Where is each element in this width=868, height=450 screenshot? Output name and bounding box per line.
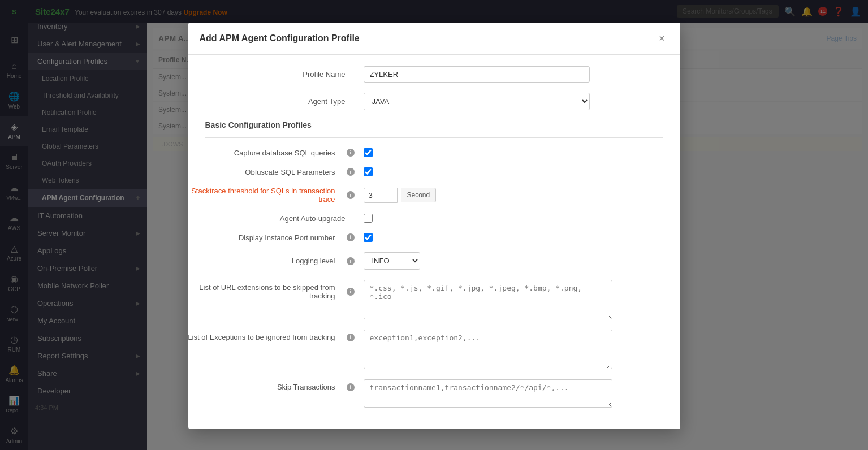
modal-close-button[interactable]: × [655, 32, 669, 45]
logging-label: Logging level [188, 257, 344, 265]
exceptions-textarea[interactable] [364, 330, 612, 369]
obfuscate-sql-info-icon[interactable]: i [347, 168, 355, 176]
stacktrace-input[interactable] [364, 188, 398, 203]
exceptions-label-wrap: List of Exceptions to be ignored from tr… [205, 330, 364, 341]
skip-transactions-info-icon[interactable]: i [347, 383, 355, 391]
obfuscate-sql-label-wrap: Obfuscate SQL Parameters i [205, 168, 364, 176]
logging-info-icon[interactable]: i [347, 257, 355, 265]
profile-name-label: Profile Name [196, 70, 355, 79]
section-title: Basic Configuration Profiles [205, 120, 663, 129]
exceptions-row: List of Exceptions to be ignored from tr… [205, 330, 663, 369]
stacktrace-row: Stacktrace threshold for SQLs in transac… [205, 187, 663, 204]
profile-name-row: Profile Name [205, 66, 663, 83]
logging-select[interactable]: INFO DEBUG WARN ERROR [364, 252, 420, 270]
section-divider [205, 137, 663, 138]
capture-sql-row: Capture database SQL queries i [205, 148, 663, 157]
exceptions-info-icon[interactable]: i [347, 334, 355, 341]
capture-sql-info-icon[interactable]: i [347, 149, 355, 157]
capture-sql-label: Capture database SQL queries [188, 149, 344, 157]
agent-type-row: Agent Type JAVA .NET PHP Node.js Ruby Py… [205, 93, 663, 110]
skip-transactions-label-wrap: Skip Transactions i [205, 379, 364, 391]
agent-upgrade-label: Agent Auto-upgrade [196, 214, 355, 223]
url-extensions-row: List of URL extensions to be skipped fro… [205, 280, 663, 319]
obfuscate-sql-label: Obfuscate SQL Parameters [188, 168, 344, 176]
skip-transactions-label: Skip Transactions [188, 383, 344, 391]
display-port-info-icon[interactable]: i [347, 233, 355, 241]
url-extensions-info-icon[interactable]: i [347, 288, 355, 296]
url-extensions-label-wrap: List of URL extensions to be skipped fro… [205, 280, 364, 300]
agent-upgrade-checkbox[interactable] [364, 214, 373, 223]
modal-title: Add APM Agent Configuration Profile [200, 33, 360, 44]
capture-sql-checkbox[interactable] [364, 148, 373, 157]
agent-type-label-wrap: Agent Type [205, 97, 364, 106]
agent-upgrade-row: Agent Auto-upgrade [205, 214, 663, 223]
stacktrace-input-group: Second [364, 188, 437, 203]
profile-name-label-wrap: Profile Name [205, 70, 364, 79]
url-extensions-label: List of URL extensions to be skipped fro… [188, 283, 344, 300]
obfuscate-sql-checkbox[interactable] [364, 167, 373, 176]
modal-dialog: Add APM Agent Configuration Profile × Pr… [188, 23, 680, 429]
stacktrace-label: Stacktrace threshold for SQLs in transac… [188, 187, 344, 204]
capture-sql-label-wrap: Capture database SQL queries i [205, 149, 364, 157]
logging-row: Logging level i INFO DEBUG WARN ERROR [205, 252, 663, 270]
profile-name-input[interactable] [364, 66, 590, 83]
skip-transactions-textarea[interactable] [364, 379, 612, 408]
agent-upgrade-label-wrap: Agent Auto-upgrade [205, 214, 364, 223]
display-port-label: Display Instance Port number [188, 233, 344, 242]
modal-overlay: Add APM Agent Configuration Profile × Pr… [0, 0, 868, 450]
agent-type-select[interactable]: JAVA .NET PHP Node.js Ruby Python [364, 93, 590, 110]
obfuscate-sql-row: Obfuscate SQL Parameters i [205, 167, 663, 176]
logging-label-wrap: Logging level i [205, 257, 364, 265]
basic-config-section: Basic Configuration Profiles [205, 120, 663, 138]
modal-header: Add APM Agent Configuration Profile × [188, 23, 680, 55]
exceptions-label: List of Exceptions to be ignored from tr… [188, 333, 344, 341]
stacktrace-info-icon[interactable]: i [347, 191, 355, 199]
agent-type-label: Agent Type [196, 97, 355, 106]
display-port-label-wrap: Display Instance Port number i [205, 233, 364, 242]
stacktrace-unit-button[interactable]: Second [401, 188, 437, 202]
display-port-row: Display Instance Port number i [205, 233, 663, 242]
display-port-checkbox[interactable] [364, 233, 373, 242]
skip-transactions-row: Skip Transactions i [205, 379, 663, 408]
url-extensions-textarea[interactable] [364, 280, 612, 319]
modal-body: Profile Name Agent Type JAVA .NET PHP No… [188, 55, 680, 429]
stacktrace-label-wrap: Stacktrace threshold for SQLs in transac… [205, 187, 364, 204]
